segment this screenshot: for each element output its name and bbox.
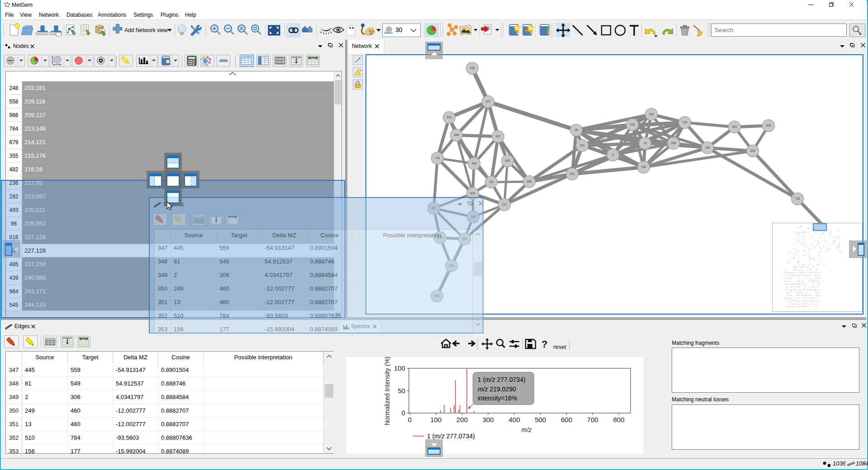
svg-text:Normalized Intensity (%): Normalized Intensity (%): [384, 357, 391, 425]
svg-text:327: 327: [486, 100, 491, 103]
svg-text:0: 0: [402, 409, 405, 417]
svg-text:727: 727: [502, 203, 507, 206]
svg-text:5: 5: [612, 153, 614, 156]
svg-text:600: 600: [561, 416, 572, 423]
svg-text:784: 784: [641, 165, 646, 169]
svg-text:466: 466: [472, 162, 477, 165]
svg-text:468: 468: [454, 133, 459, 136]
svg-text:50: 50: [398, 387, 405, 395]
svg-text:?: ?: [541, 338, 547, 350]
svg-text:269: 269: [671, 141, 676, 145]
svg-text:700: 700: [587, 416, 598, 423]
svg-text:765: 765: [470, 66, 475, 70]
svg-text:805: 805: [505, 159, 510, 162]
svg-text:0: 0: [408, 416, 412, 423]
svg-text:504: 504: [470, 192, 475, 195]
svg-text:300: 300: [483, 416, 494, 423]
svg-text:200: 200: [456, 416, 468, 423]
svg-text:409: 409: [766, 124, 771, 127]
svg-text:800: 800: [613, 416, 624, 423]
svg-text:500: 500: [535, 416, 546, 423]
svg-text:130: 130: [683, 121, 688, 124]
svg-text:100: 100: [430, 416, 441, 423]
svg-text:743: 743: [435, 156, 440, 160]
svg-text:325: 325: [750, 149, 755, 152]
svg-text:400: 400: [508, 416, 520, 423]
svg-text:735: 735: [795, 197, 800, 200]
svg-text:307: 307: [496, 135, 501, 138]
svg-text:910: 910: [447, 116, 452, 119]
svg-text:510: 510: [570, 172, 575, 175]
svg-text:100: 100: [394, 364, 405, 372]
svg-text:163: 163: [649, 113, 654, 116]
svg-text:m/z: m/z: [522, 426, 532, 433]
svg-text:15: 15: [643, 141, 647, 145]
svg-text:205: 205: [630, 123, 635, 126]
svg-text:656: 656: [527, 180, 532, 183]
svg-text:333: 333: [580, 144, 585, 147]
svg-text:28: 28: [574, 128, 578, 132]
svg-text:900: 900: [732, 125, 737, 128]
svg-text:185: 185: [705, 146, 710, 149]
svg-text:762: 762: [489, 180, 494, 183]
